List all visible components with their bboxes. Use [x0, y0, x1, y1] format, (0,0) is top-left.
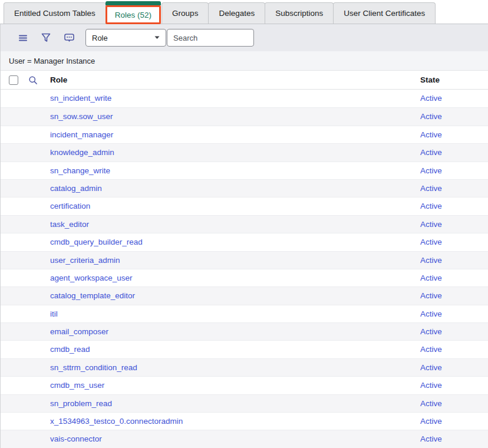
state-link[interactable]: Active [420, 430, 442, 448]
role-link[interactable]: vais-connector [50, 430, 102, 448]
list-menu-icon-glyph [18, 33, 28, 42]
tab-label: Entitled Custom Tables [14, 9, 95, 18]
table-row[interactable]: sn_problem_read Active [1, 394, 488, 412]
state-link[interactable]: Active [420, 180, 442, 197]
role-link[interactable]: catalog_admin [50, 180, 102, 197]
tab-label: Delegates [219, 9, 255, 18]
table-row[interactable]: cmdb_ms_user Active [1, 376, 488, 394]
table-row[interactable]: email_composer Active [1, 322, 488, 340]
state-link[interactable]: Active [420, 108, 442, 126]
table-row[interactable]: sn_sow.sow_user Active [1, 107, 488, 125]
role-link[interactable]: cmdb_query_builder_read [50, 233, 143, 251]
role-link[interactable]: knowledge_admin [50, 144, 114, 162]
table-row[interactable]: knowledge_admin Active [1, 143, 488, 161]
state-link[interactable]: Active [420, 377, 442, 394]
role-link[interactable]: task_editor [50, 216, 89, 233]
role-link[interactable]: cmdb_ms_user [50, 377, 104, 394]
table-row[interactable]: vais-connector Active [1, 430, 488, 447]
tab-delegates[interactable]: Delegates [208, 2, 265, 24]
table-row[interactable]: certification Active [1, 197, 488, 215]
role-link[interactable]: agent_workspace_user [50, 269, 133, 287]
breadcrumb-condition[interactable]: User = Manager Instance [9, 57, 95, 65]
tab-roles[interactable]: Roles (52) [105, 1, 161, 24]
column-header-state[interactable]: State [420, 71, 440, 90]
table-row[interactable]: task_editor Active [1, 215, 488, 233]
role-link[interactable]: sn_problem_read [50, 395, 112, 413]
tab-bar: Entitled Custom Tables Roles (52) Groups… [0, 0, 488, 24]
table-row[interactable]: catalog_admin Active [1, 179, 488, 197]
state-link[interactable]: Active [420, 359, 442, 377]
filter-icon-glyph [41, 33, 51, 42]
state-link[interactable]: Active [420, 413, 442, 430]
tab-entitled-custom-tables[interactable]: Entitled Custom Tables [4, 2, 106, 24]
state-link[interactable]: Active [420, 90, 442, 107]
tab-groups[interactable]: Groups [161, 2, 209, 24]
search-icon[interactable] [28, 75, 38, 85]
search-input[interactable] [167, 29, 254, 47]
role-link[interactable]: catalog_template_editor [50, 287, 135, 305]
tab-roles-highlight-box[interactable]: Roles (52) [105, 5, 161, 24]
filter-icon[interactable] [40, 32, 52, 44]
search-column-select[interactable]: Role [85, 29, 166, 47]
table-header-row: Role State [1, 71, 488, 90]
table-row[interactable]: catalog_template_editor Active [1, 286, 488, 304]
role-link[interactable]: sn_sow.sow_user [50, 108, 113, 126]
role-link[interactable]: email_composer [50, 323, 108, 341]
state-link[interactable]: Active [420, 162, 442, 180]
state-link[interactable]: Active [420, 341, 442, 358]
tab-label: Groups [172, 9, 198, 18]
search-column-value: Role [92, 34, 108, 42]
select-all-checkbox[interactable] [9, 75, 18, 85]
role-link[interactable]: itil [50, 305, 58, 323]
active-tab-indicator [105, 1, 161, 5]
role-link[interactable]: x_1534963_testco_0.connectoradmin [50, 413, 183, 430]
role-link[interactable]: certification [50, 197, 90, 215]
state-link[interactable]: Active [420, 287, 442, 305]
role-link[interactable]: user_criteria_admin [50, 252, 120, 269]
state-link[interactable]: Active [420, 216, 442, 233]
state-link[interactable]: Active [420, 252, 442, 269]
table-row[interactable]: sn_sttrm_condition_read Active [1, 358, 488, 376]
column-header-role[interactable]: Role [50, 71, 67, 90]
state-link[interactable]: Active [420, 269, 442, 287]
state-link[interactable]: Active [420, 305, 442, 323]
tab-user-client-certificates[interactable]: User Client Certificates [333, 2, 436, 24]
table-body: sn_incident_write Active sn_sow.sow_user… [1, 90, 488, 448]
chat-icon-glyph [64, 33, 74, 42]
state-link[interactable]: Active [420, 197, 442, 215]
table-row[interactable]: user_criteria_admin Active [1, 251, 488, 269]
state-link[interactable]: Active [420, 144, 442, 162]
tab-label: Roles (52) [115, 11, 151, 19]
state-link[interactable]: Active [420, 323, 442, 341]
list-toolbar: Role [1, 24, 488, 51]
tab-label: User Client Certificates [344, 9, 425, 18]
table-row[interactable]: sn_change_write Active [1, 162, 488, 179]
list-menu-icon[interactable] [17, 32, 29, 44]
table-row[interactable]: x_1534963_testco_0.connectoradmin Active [1, 412, 488, 430]
state-link[interactable]: Active [420, 126, 442, 144]
table-row[interactable]: cmdb_read Active [1, 340, 488, 358]
role-link[interactable]: sn_change_write [50, 162, 110, 180]
table-row[interactable]: sn_incident_write Active [1, 90, 488, 107]
filter-breadcrumb: User = Manager Instance [1, 51, 488, 71]
table-row[interactable]: incident_manager Active [1, 126, 488, 143]
tab-subscriptions[interactable]: Subscriptions [265, 2, 334, 24]
table-row[interactable]: itil Active [1, 305, 488, 322]
chevron-down-icon [154, 36, 160, 39]
search-icon-glyph [28, 75, 38, 85]
chat-icon[interactable] [63, 32, 75, 44]
role-link[interactable]: sn_sttrm_condition_read [50, 359, 137, 377]
state-link[interactable]: Active [420, 395, 442, 413]
role-link[interactable]: cmdb_read [50, 341, 90, 358]
role-link[interactable]: incident_manager [50, 126, 113, 144]
table-row[interactable]: cmdb_query_builder_read Active [1, 233, 488, 251]
state-link[interactable]: Active [420, 233, 442, 251]
list-content: Role User = Manager Instance Role State [0, 24, 488, 448]
table-row[interactable]: agent_workspace_user Active [1, 269, 488, 286]
role-link[interactable]: sn_incident_write [50, 90, 111, 107]
tab-label: Subscriptions [275, 9, 323, 18]
related-list-panel: Entitled Custom Tables Roles (52) Groups… [0, 0, 488, 448]
